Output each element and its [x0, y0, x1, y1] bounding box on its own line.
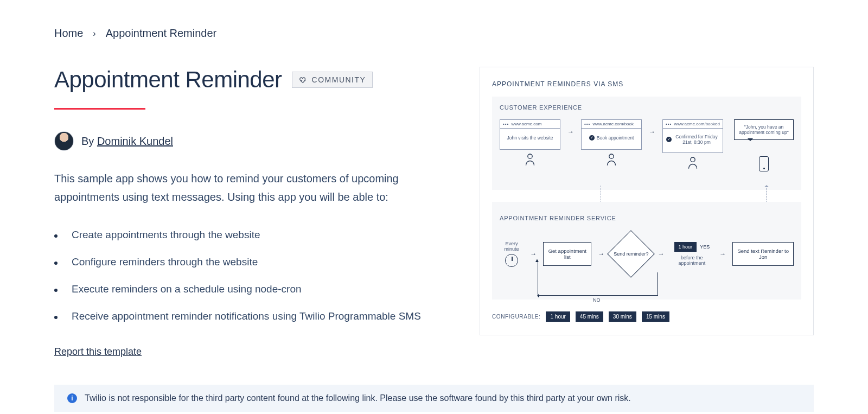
author-avatar: [54, 131, 74, 151]
arrow-right-icon: →: [647, 119, 657, 144]
lede-paragraph: This sample app shows you how to remind …: [54, 169, 445, 206]
feature-list: Create appointments through the website …: [54, 221, 454, 330]
svg-point-2: [691, 157, 695, 162]
yes-label: YES: [700, 244, 710, 250]
breadcrumb-current: Appointment Reminder: [106, 27, 217, 40]
community-icon: [299, 75, 308, 84]
disclaimer-notice: i Twilio is not responsible for the thir…: [54, 385, 814, 412]
diagram-title: APPOINTMENT REMINDERS VIA SMS: [492, 80, 801, 88]
decision-diamond: Send reminder?: [611, 230, 651, 278]
ce-step: •••www.acme.com John visits the website: [500, 119, 560, 168]
page-title: Appointment Reminder: [54, 67, 282, 93]
ce-step: •••www.acme.com/book ✓Book appointment: [581, 119, 642, 168]
check-icon: ✓: [589, 135, 595, 141]
before-label: before the appointment: [671, 255, 713, 266]
report-template-link[interactable]: Report this template: [54, 346, 142, 358]
arrow-right-icon: →: [529, 250, 538, 258]
service-panel: APPOINTMENT REMINDER SERVICE Every minut…: [492, 202, 801, 300]
get-list-box: Get appointment list: [543, 242, 591, 266]
sms-bubble: "John, you have an appointment coming up…: [734, 119, 794, 140]
send-text-box: Send text Reminder to Jon: [732, 242, 794, 266]
breadcrumb: Home › Appointment Reminder: [54, 27, 814, 40]
svg-point-0: [528, 154, 532, 158]
diagram-card: APPOINTMENT REMINDERS VIA SMS CUSTOMER E…: [480, 67, 814, 335]
community-badge: COMMUNITY: [292, 72, 373, 88]
check-icon: ✓: [666, 137, 672, 142]
config-chip: 15 mins: [642, 311, 669, 322]
customer-experience-panel: CUSTOMER EXPERIENCE •••www.acme.com John…: [492, 97, 801, 190]
svg-point-1: [609, 154, 614, 158]
time-chip: 1 hour: [674, 242, 697, 252]
info-icon: i: [67, 393, 77, 403]
clock-icon: [505, 254, 518, 267]
arrow-right-icon: →: [597, 250, 605, 258]
clock-block: Every minute: [500, 241, 524, 267]
no-label: NO: [593, 297, 601, 303]
config-chip: 45 mins: [576, 311, 603, 322]
ce-bubble-col: "John, you have an appointment coming up…: [734, 119, 794, 171]
list-item: Create appointments through the website: [54, 221, 454, 249]
config-chip: 1 hour: [546, 311, 570, 322]
list-item: Execute reminders on a schedule using no…: [54, 276, 454, 303]
person-icon: [606, 153, 617, 168]
breadcrumb-home[interactable]: Home: [54, 27, 83, 40]
arrow-right-icon: →: [718, 250, 727, 258]
arrow-right-icon: →: [566, 119, 576, 144]
by-label: By: [81, 135, 94, 147]
configurable-row: CONFIGURABLE: 1 hour 45 mins 30 mins 15 …: [492, 311, 801, 322]
author-link[interactable]: Dominik Kundel: [97, 135, 173, 147]
person-icon: [525, 153, 535, 168]
config-chip: 30 mins: [609, 311, 636, 322]
list-item: Receive appointment reminder notificatio…: [54, 303, 454, 330]
disclaimer-text: Twilio is not responsible for the third …: [85, 393, 631, 403]
configurable-label: CONFIGURABLE:: [492, 314, 540, 320]
author-row: By Dominik Kundel: [54, 131, 454, 151]
phone-icon: [759, 156, 769, 171]
list-item: Configure reminders through the website: [54, 249, 454, 276]
chevron-right-icon: ›: [93, 29, 95, 39]
panel-label: CUSTOMER EXPERIENCE: [500, 104, 794, 111]
person-icon: [687, 156, 698, 171]
arrow-right-icon: →: [656, 250, 665, 258]
ce-step: •••www.acme.com/booked ✓Confirmed for Fr…: [662, 119, 723, 171]
accent-underline: [54, 108, 145, 110]
panel-label: APPOINTMENT REMINDER SERVICE: [500, 215, 794, 221]
